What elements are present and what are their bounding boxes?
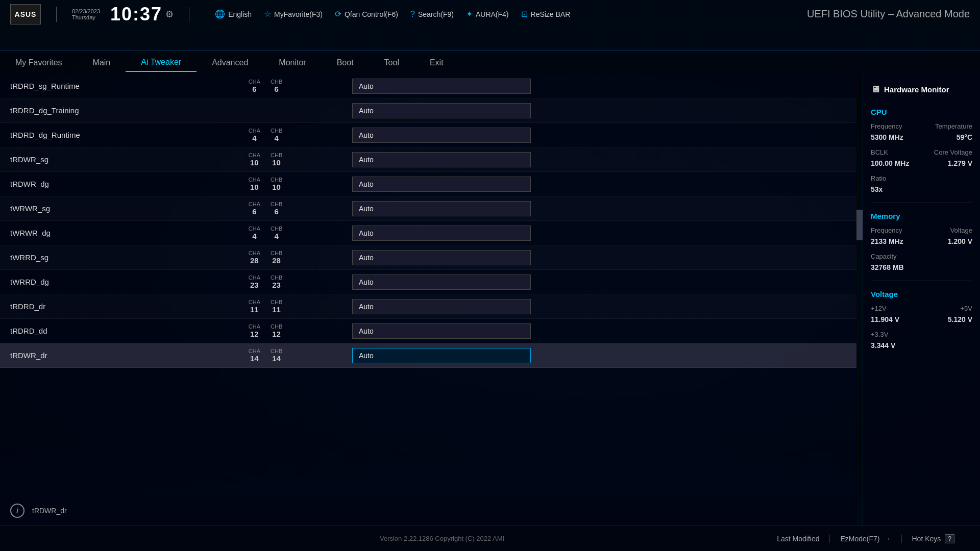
toolbar-resizebar-label: ReSize BAR [531,10,571,18]
setting-channels: CHA 10 CHB 10 [189,177,342,191]
channel-cha: CHA 4 [249,226,260,240]
chb-value: 10 [272,183,281,191]
chb-label: CHB [271,323,282,330]
nav-my-favorites[interactable]: My Favorites [0,54,78,71]
memory-capacity-value: 32768 MB [871,263,904,271]
channel-chb: CHB 14 [271,348,282,363]
chb-label: CHB [271,299,282,305]
cha-label: CHA [249,299,260,305]
channel-cha: CHA 10 [249,152,260,167]
nav-ai-tweaker[interactable]: Ai Tweaker [126,54,197,72]
chb-value: 4 [274,232,278,240]
chb-value: 14 [272,354,281,363]
voltage-33-label: +3.3V [871,331,888,338]
toolbar-qfan-label: Qfan Control(F6) [345,10,398,18]
setting-channels: CHA 4 CHB 4 [189,226,342,240]
setting-value: Auto [352,323,846,339]
hot-keys-button[interactable]: Hot Keys ? [902,534,965,543]
auto-dropdown-selected[interactable]: Auto [352,348,531,363]
cha-label: CHA [249,274,260,281]
setting-channels: CHA 12 CHB 12 [189,323,342,338]
auto-dropdown[interactable]: Auto [352,299,531,314]
nav-boot[interactable]: Boot [322,54,369,71]
auto-dropdown[interactable]: Auto [352,201,531,216]
chb-value: 11 [272,305,281,314]
setting-channels: CHA 6 CHB 6 [189,201,342,216]
setting-channels: CHA 10 CHB 10 [189,152,342,167]
cpu-bclk-row: BCLK Core Voltage [871,148,972,156]
voltage-12-value: 11.904 V [871,315,899,323]
nav-exit[interactable]: Exit [414,54,459,71]
table-row: tRDRD_dg_Training Auto [0,98,856,123]
monitor-icon: 🖥 [871,84,880,95]
toolbar-myfavorite-label: MyFavorite(F3) [274,10,323,18]
monitor-header: 🖥 Hardware Monitor [871,84,972,95]
auto-dropdown[interactable]: Auto [352,226,531,241]
auto-dropdown[interactable]: Auto [352,103,531,118]
toolbar-resizebar[interactable]: ⊡ ReSize BAR [521,9,571,19]
setting-name-twrrd-dg: tWRRD_dg [10,278,189,286]
auto-dropdown[interactable]: Auto [352,250,531,265]
cpu-frequency-row: Frequency Temperature [871,122,972,130]
setting-name-trdrd-dr: tRDRD_dr [10,302,189,311]
scrollbar[interactable] [856,74,863,525]
setting-value: Auto [352,226,846,241]
channel-cha: CHA 14 [249,348,260,363]
table-row: tRDRD_dr CHA 11 CHB 11 Auto [0,294,856,319]
nav-tool[interactable]: Tool [369,54,414,71]
toolbar-search-label: Search(F9) [418,10,454,18]
cpu-ratio-row: Ratio [871,174,972,182]
voltage-section-title: Voltage [871,290,972,298]
chb-label: CHB [271,177,282,183]
toolbar-qfan[interactable]: ⟳ Qfan Control(F6) [335,9,398,19]
hardware-monitor-panel: 🖥 Hardware Monitor CPU Frequency Tempera… [863,74,980,525]
setting-channels: CHA 4 CHB 4 [189,128,342,142]
voltage-5-label: +5V [961,305,973,312]
footer-actions: Last Modified EzMode(F7) → Hot Keys ? [767,534,965,543]
chb-label: CHB [271,128,282,134]
setting-value: Auto [352,79,846,94]
memory-section-title: Memory [871,212,972,220]
setting-name-trdrd-sg-runtime: tRDRD_sg_Runtime [10,82,189,90]
auto-dropdown[interactable]: Auto [352,79,531,94]
ez-mode-button[interactable]: EzMode(F7) → [830,535,901,543]
toolbar-myfavorite[interactable]: ☆ MyFavorite(F3) [264,9,323,19]
toolbar-aura[interactable]: ✦ AURA(F4) [466,9,509,19]
auto-dropdown[interactable]: Auto [352,323,531,339]
channel-chb: CHB 4 [271,226,282,240]
setting-name-trdrd-dg-training: tRDRD_dg_Training [10,106,189,115]
gear-icon[interactable]: ⚙ [165,9,174,20]
last-modified-label: Last Modified [777,535,819,543]
clock-time: 10:37 ⚙ [110,4,174,25]
nav-monitor[interactable]: Monitor [263,54,321,71]
cha-label: CHA [249,128,260,134]
setting-name-trdrd-dd: tRDRD_dd [10,327,189,335]
auto-dropdown[interactable]: Auto [352,152,531,167]
nav-advanced[interactable]: Advanced [197,54,263,71]
footer-version: Version 2.22.1286 Copyright (C) 2022 AMI [117,535,767,542]
memory-frequency-row: Frequency Voltage [871,227,972,234]
memory-frequency-value: 2133 MHz [871,237,903,245]
auto-dropdown[interactable]: Auto [352,177,531,192]
auto-dropdown[interactable]: Auto [352,274,531,290]
cpu-frequency-value-row: 5300 MHz 59°C [871,133,972,141]
channel-chb: CHB 23 [271,274,282,289]
toolbar-english-label: English [228,10,252,18]
asus-logo-text: ASUS [10,4,41,24]
nav-main[interactable]: Main [78,54,126,71]
scroll-thumb[interactable] [856,210,863,240]
table-row: tRDWR_sg CHA 10 CHB 10 Auto [0,147,856,172]
toolbar-english[interactable]: 🌐 English [215,9,252,19]
voltage-12-value-row: 11.904 V 5.120 V [871,315,972,323]
memory-capacity-row: Capacity [871,253,972,260]
chb-label: CHB [271,201,282,207]
auto-dropdown[interactable]: Auto [352,128,531,143]
chb-label: CHB [271,152,282,158]
memory-capacity-value-row: 32768 MB [871,263,972,271]
chb-value: 4 [274,134,278,142]
memory-voltage-label: Voltage [950,227,972,234]
setting-channels: CHA 6 CHB 6 [189,79,342,93]
toolbar-search[interactable]: ? Search(F9) [410,10,454,19]
last-modified-button[interactable]: Last Modified [767,535,830,543]
table-row: tWRWR_dg CHA 4 CHB 4 Auto [0,221,856,245]
